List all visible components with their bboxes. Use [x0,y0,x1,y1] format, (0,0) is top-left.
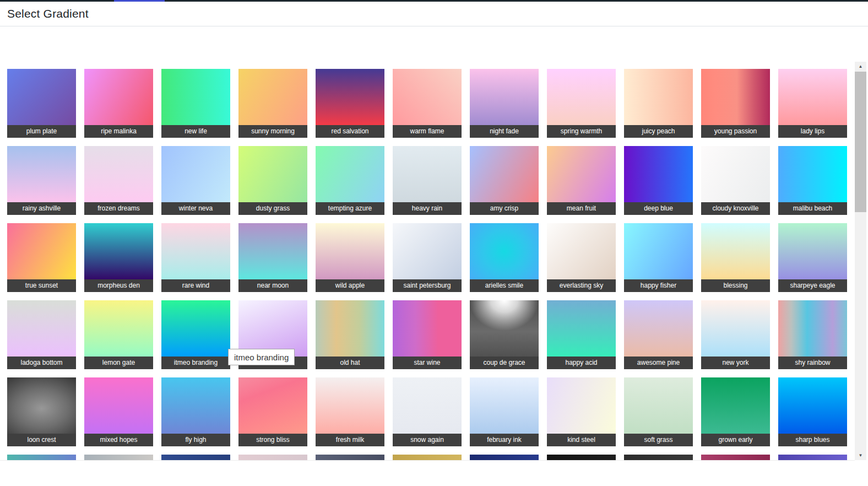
gradient-swatch-happy-fisher[interactable]: happy fisher [624,223,693,292]
gradient-swatch-sharp-blues[interactable]: sharp blues [778,377,847,446]
gradient-preview [393,455,462,461]
gradient-swatch-star-wine[interactable]: star wine [393,300,462,369]
gradient-name-label: snow again [393,434,462,446]
gradient-scroll-area[interactable]: plum plateripe malinkanew lifesunny morn… [0,62,855,461]
gradient-name-label: night fade [470,125,539,138]
gradient-swatch-new-york[interactable]: new york [701,300,770,369]
gradient-swatch[interactable] [84,455,153,461]
gradient-preview [701,300,770,357]
gradient-swatch-soft-grass[interactable]: soft grass [624,377,693,446]
gradient-swatch-mixed-hopes[interactable]: mixed hopes [84,377,153,446]
gradient-swatch-near-moon[interactable]: near moon [238,223,307,292]
gradient-swatch[interactable] [238,455,307,461]
gradient-swatch-saint-petersburg[interactable]: saint petersburg [393,223,462,292]
gradient-swatch[interactable] [778,455,847,461]
gradient-name-label: blessing [701,279,770,292]
gradient-name-label: coup de grace [470,357,539,369]
gradient-swatch[interactable] [624,455,693,461]
gradient-swatch-plum-plate[interactable]: plum plate [7,69,76,138]
gradient-swatch-dusty-grass[interactable]: dusty grass [238,146,307,215]
gradient-preview [624,223,693,279]
gradient-name-label: saint petersburg [393,279,462,292]
gradient-swatch-wild-apple[interactable]: wild apple [316,223,384,292]
gradient-swatch-new-life[interactable]: new life [161,69,230,138]
gradient-swatch-lady-lips[interactable]: lady lips [778,69,847,138]
gradient-preview [624,69,693,125]
gradient-swatch-sharpeye-eagle[interactable]: sharpeye eagle [778,223,847,292]
gradient-preview [238,377,307,434]
gradient-swatch-old-hat[interactable]: old hat [316,300,384,369]
scroll-down-button[interactable]: ▼ [855,451,866,460]
gradient-preview [778,223,847,279]
gradient-swatch-spring-warmth[interactable]: spring warmth [547,69,616,138]
gradient-preview [84,377,153,434]
gradient-swatch-everlasting-sky[interactable]: everlasting sky [547,223,616,292]
gradient-name-label: sharp blues [778,434,847,446]
dialog-title: Select Gradient [7,7,89,20]
gradient-swatch-ladoga-bottom[interactable]: ladoga bottom [7,300,76,369]
gradient-swatch[interactable] [7,455,76,461]
gradient-swatch-kind-steel[interactable]: kind steel [547,377,616,446]
scrollbar-thumb[interactable] [855,72,866,212]
gradient-preview [624,300,693,357]
gradient-swatch-red-salvation[interactable]: red salvation [316,69,384,138]
gradient-swatch-fresh-milk[interactable]: fresh milk [316,377,384,446]
gradient-swatch-true-sunset[interactable]: true sunset [7,223,76,292]
gradient-preview [701,377,770,434]
gradient-swatch-rainy-ashville[interactable]: rainy ashville [7,146,76,215]
gradient-swatch[interactable] [161,455,230,461]
gradient-swatch-morpheus-den[interactable]: morpheus den [84,223,153,292]
gradient-preview [238,69,307,125]
gradient-swatch-amy-crisp[interactable]: amy crisp [470,146,539,215]
gradient-swatch-shy-rainbow[interactable]: shy rainbow [778,300,847,369]
gradient-swatch-blessing[interactable]: blessing [701,223,770,292]
gradient-swatch[interactable] [316,455,384,461]
gradient-name-label: ripe malinka [84,125,153,138]
gradient-name-label: near moon [238,279,307,292]
gradient-swatch[interactable] [547,455,616,461]
gradient-name-label: rare wind [161,279,230,292]
gradient-swatch-night-fade[interactable]: night fade [470,69,539,138]
gradient-swatch-frozen-dreams[interactable]: frozen dreams [84,146,153,215]
gradient-swatch-heavy-rain[interactable]: heavy rain [393,146,462,215]
gradient-swatch-arielles-smile[interactable]: arielles smile [470,223,539,292]
gradient-swatch-awesome-pine[interactable]: awesome pine [624,300,693,369]
gradient-swatch-grown-early[interactable]: grown early [701,377,770,446]
gradient-swatch-malibu-beach[interactable]: malibu beach [778,146,847,215]
gradient-swatch-sunny-morning[interactable]: sunny morning [238,69,307,138]
gradient-swatch-juicy-peach[interactable]: juicy peach [624,69,693,138]
gradient-swatch-mean-fruit[interactable]: mean fruit [547,146,616,215]
gradient-swatch-coup-de-grace[interactable]: coup de grace [470,300,539,369]
gradient-swatch-warm-flame[interactable]: warm flame [393,69,462,138]
gradient-preview [7,69,76,125]
gradient-swatch[interactable] [701,455,770,461]
gradient-preview [470,69,539,125]
gradient-name-label: juicy peach [624,125,693,138]
gradient-name-label: itmeo branding [161,357,230,369]
gradient-swatch-loon-crest[interactable]: loon crest [7,377,76,446]
scroll-up-button[interactable]: ▲ [855,62,866,71]
gradient-name-label: red salvation [316,125,384,138]
gradient-swatch-itmeo-branding[interactable]: itmeo branding [161,300,230,369]
gradient-swatch-fly-high[interactable]: fly high [161,377,230,446]
gradient-swatch-strong-bliss[interactable]: strong bliss [238,377,307,446]
gradient-swatch[interactable] [470,455,539,461]
vertical-scrollbar[interactable]: ▲ ▼ [855,62,866,460]
gradient-name-label: young passion [701,125,770,138]
gradient-preview [624,455,693,461]
gradient-swatch-rare-wind[interactable]: rare wind [161,223,230,292]
gradient-swatch-deep-blue[interactable]: deep blue [624,146,693,215]
gradient-swatch-cloudy-knoxville[interactable]: cloudy knoxville [701,146,770,215]
gradient-name-label: lady lips [778,125,847,138]
gradient-swatch-young-passion[interactable]: young passion [701,69,770,138]
gradient-swatch[interactable] [393,455,462,461]
gradient-name-label: sunny morning [238,125,307,138]
gradient-swatch-tempting-azure[interactable]: tempting azure [316,146,384,215]
gradient-swatch-snow-again[interactable]: snow again [393,377,462,446]
gradient-swatch-february-ink[interactable]: february ink [470,377,539,446]
gradient-name-label: rainy ashville [7,202,76,215]
gradient-swatch-winter-neva[interactable]: winter neva [161,146,230,215]
gradient-swatch-lemon-gate[interactable]: lemon gate [84,300,153,369]
gradient-swatch-happy-acid[interactable]: happy acid [547,300,616,369]
gradient-swatch-ripe-malinka[interactable]: ripe malinka [84,69,153,138]
